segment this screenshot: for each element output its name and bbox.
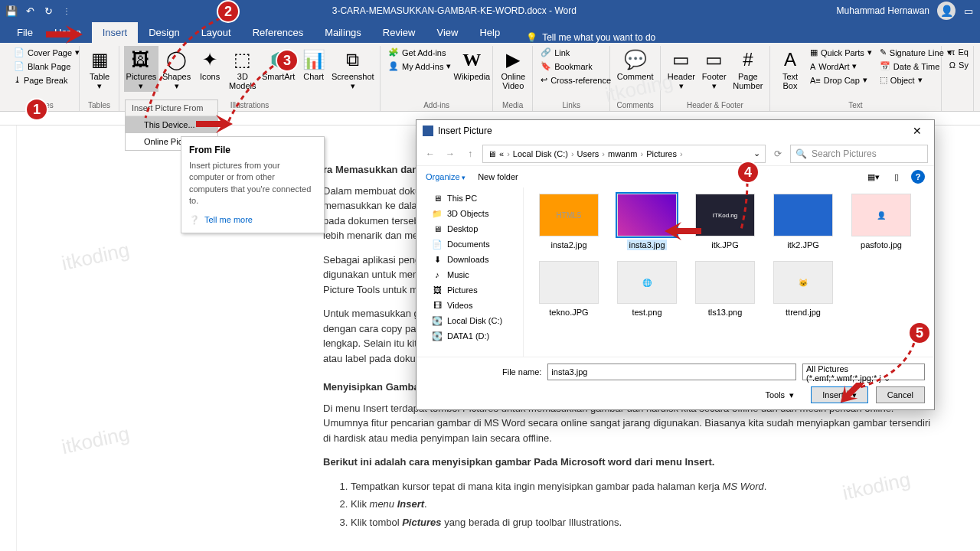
tell-me-more-link[interactable]: ❔Tell me more xyxy=(189,215,316,225)
undo-icon[interactable]: ↶ xyxy=(24,5,35,16)
documents-icon: 📄 xyxy=(432,239,443,249)
quick-parts-button[interactable]: ▦ Quick Parts ▾ xyxy=(807,46,875,59)
username: Muhammad Hernawan xyxy=(837,5,929,16)
preview-pane-icon[interactable]: ▯ xyxy=(888,168,905,185)
dropcap-button[interactable]: A≡ Drop Cap ▾ xyxy=(807,73,875,86)
dashed-path xyxy=(738,182,761,233)
file-item[interactable]: tekno.JPG xyxy=(537,261,600,318)
up-icon[interactable]: ↑ xyxy=(462,146,478,161)
music-icon: ♪ xyxy=(432,269,443,280)
cross-reference-button[interactable]: ↩ Cross-reference xyxy=(537,73,614,86)
tooltip-body: Insert pictures from your computer or fr… xyxy=(189,160,316,207)
file-item[interactable]: 👤pasfoto.jpg xyxy=(850,194,913,250)
file-item[interactable]: itk2.JPG xyxy=(772,194,835,250)
tree-music[interactable]: ♪Music xyxy=(416,267,523,282)
file-item[interactable]: 🌐test.png xyxy=(616,261,678,318)
filename-label: File name: xyxy=(502,367,541,377)
file-item[interactable]: tls13.png xyxy=(694,261,756,318)
group-header-footer: Header & Footer xyxy=(665,99,765,111)
organize-button[interactable]: Organize xyxy=(426,172,466,181)
tools-button[interactable]: Tools ▾ xyxy=(765,390,794,400)
view-icon[interactable]: ▦▾ xyxy=(865,168,882,185)
word-icon xyxy=(423,126,433,136)
save-icon[interactable]: 💾 xyxy=(6,5,17,16)
group-tables: Tables xyxy=(84,99,114,111)
screenshot-button[interactable]: ⧉Screenshot▾ xyxy=(331,46,375,92)
tab-insert[interactable]: Insert xyxy=(92,22,139,43)
bulb-icon: 💡 xyxy=(526,32,537,43)
bookmark-button[interactable]: 🔖 Bookmark xyxy=(537,60,614,73)
chevron-down-icon[interactable]: ⌄ xyxy=(753,148,760,158)
textbox-button[interactable]: AText Box xyxy=(775,46,805,92)
vertical-ruler[interactable] xyxy=(0,126,17,551)
search-input[interactable]: 🔍 Search Pictures xyxy=(790,145,928,163)
table-button[interactable]: ▦Table▾ xyxy=(84,46,115,92)
link-button[interactable]: 🔗 Link xyxy=(537,46,614,59)
wikipedia-icon: W xyxy=(459,47,484,72)
pc-icon: 🖥 xyxy=(488,149,496,158)
get-addins-button[interactable]: 🧩 Get Add-ins xyxy=(385,46,454,59)
redo-icon[interactable]: ↻ xyxy=(43,5,54,16)
textbox-icon: A xyxy=(778,47,802,72)
group-links: Links xyxy=(537,99,605,111)
close-icon[interactable]: ✕ xyxy=(906,125,928,137)
tree-videos[interactable]: 🎞Videos xyxy=(416,298,523,313)
arrow-annotation xyxy=(665,222,703,245)
help-icon[interactable]: ? xyxy=(911,170,925,184)
refresh-icon[interactable]: ⟳ xyxy=(770,146,786,161)
dialog-title: Insert Picture xyxy=(438,126,492,136)
new-folder-button[interactable]: New folder xyxy=(478,172,518,181)
videos-icon: 🎞 xyxy=(432,300,443,311)
tab-view[interactable]: View xyxy=(426,22,469,43)
blank-page-button[interactable]: 📄 Blank Page xyxy=(11,60,83,73)
tree-this-pc[interactable]: 🖥This PC xyxy=(416,191,523,206)
tab-file[interactable]: File xyxy=(6,22,44,43)
downloads-icon: ⬇ xyxy=(432,254,443,265)
qat-more-icon[interactable]: ⋮ xyxy=(61,5,72,16)
back-icon[interactable]: ← xyxy=(423,146,438,161)
tree-downloads[interactable]: ⬇Downloads xyxy=(416,252,523,267)
header-button[interactable]: ▭Header▾ xyxy=(665,46,697,92)
file-list: HTML5insta2.jpg insta3.jpg ITKod.ngitk.J… xyxy=(524,187,934,357)
tab-review[interactable]: Review xyxy=(372,22,426,43)
tree-data1-d[interactable]: 💽DATA1 (D:) xyxy=(416,328,523,344)
wikipedia-button[interactable]: WWikipedia xyxy=(456,46,488,83)
tab-help[interactable]: Help xyxy=(469,22,511,43)
doc-list: Tempatkan kursor tepat di mana kita ingi… xyxy=(323,479,934,530)
chart-button[interactable]: 📊Chart xyxy=(299,46,329,83)
tree-3d-objects[interactable]: 📁3D Objects xyxy=(416,206,523,221)
symbol-button[interactable]: Ω Sy xyxy=(946,59,972,71)
ribbon-options-icon[interactable]: ▭ xyxy=(963,5,974,16)
doc-paragraph: Berikut ini adalah cara menyisipkan gamb… xyxy=(323,455,934,470)
callout-1: 1 xyxy=(25,98,48,121)
dialog-titlebar: Insert Picture ✕ xyxy=(416,120,934,142)
filename-input[interactable] xyxy=(547,364,796,380)
file-item[interactable]: 🐱ttrend.jpg xyxy=(772,261,835,318)
page-break-button[interactable]: ⤓ Page Break xyxy=(11,73,83,86)
dashed-path xyxy=(858,343,919,396)
file-item[interactable]: HTML5insta2.jpg xyxy=(537,194,600,250)
tree-pictures[interactable]: 🖼Pictures xyxy=(416,282,523,298)
tree-local-disk-c[interactable]: 💽Local Disk (C:) xyxy=(416,313,523,328)
tree-desktop[interactable]: 🖥Desktop xyxy=(416,221,523,236)
tab-mailings[interactable]: Mailings xyxy=(314,22,372,43)
footer-button[interactable]: ▭Footer▾ xyxy=(699,46,730,92)
callout-2: 2 xyxy=(217,0,240,23)
comment-button[interactable]: 💬Comment xyxy=(615,46,655,83)
folder-icon: 📁 xyxy=(432,208,443,219)
forward-icon[interactable]: → xyxy=(443,146,458,161)
from-file-tooltip: From File Insert pictures from your comp… xyxy=(181,136,325,233)
breadcrumb[interactable]: 🖥 «› Local Disk (C:)› Users› mwanm› Pict… xyxy=(482,145,766,163)
pagenum-icon: # xyxy=(736,47,760,72)
avatar[interactable]: 👤 xyxy=(937,2,956,20)
disk-icon: 💽 xyxy=(432,331,443,341)
footer-icon: ▭ xyxy=(702,47,727,72)
my-addins-button[interactable]: 👤 My Add-ins ▾ xyxy=(385,60,454,73)
tell-me-search[interactable]: 💡 Tell me what you want to do xyxy=(511,32,980,43)
page-number-button[interactable]: #Page Number xyxy=(731,46,765,92)
pc-icon: 🖥 xyxy=(432,193,443,204)
equation-button[interactable]: π Eq xyxy=(946,46,972,58)
wordart-button[interactable]: A WordArt ▾ xyxy=(807,60,875,73)
tree-documents[interactable]: 📄Documents xyxy=(416,236,523,252)
online-video-button[interactable]: ▶Online Video xyxy=(498,46,528,92)
